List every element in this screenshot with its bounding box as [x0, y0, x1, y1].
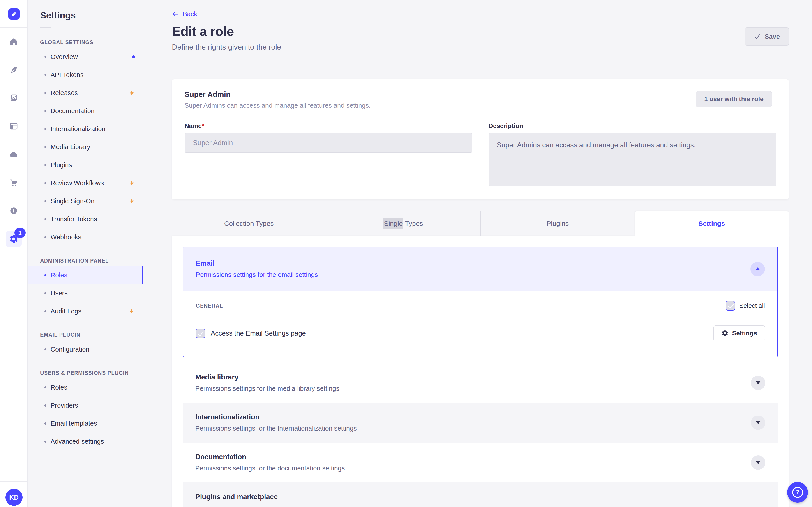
strapi-logo[interactable]	[8, 8, 19, 19]
sidebar-item-webhooks[interactable]: Webhooks	[28, 228, 143, 246]
bullet-icon	[44, 110, 46, 112]
role-subtitle: Super Admins can access and manage all f…	[185, 102, 776, 109]
permissions-tabs: Collection Types Single Types Plugins Se…	[172, 211, 789, 236]
question-mark-icon: ?	[792, 487, 803, 498]
accordion-plugins-marketplace[interactable]: Plugins and marketplace	[183, 483, 778, 507]
media-library-images-icon[interactable]	[6, 90, 22, 106]
lightning-icon	[129, 198, 135, 204]
users-with-role-button[interactable]: 1 user with this role	[696, 91, 772, 107]
marketplace-cart-icon[interactable]	[6, 175, 22, 190]
sidebar-item-single-sign-on[interactable]: Single Sign-On	[28, 192, 143, 210]
chevron-down-icon	[756, 421, 761, 424]
accordion-internationalization[interactable]: Internationalization Permissions setting…	[183, 403, 778, 443]
role-details-card: Super Admin Super Admins can access and …	[172, 79, 789, 200]
bullet-icon	[44, 164, 46, 166]
bullet-icon	[44, 292, 46, 294]
accordion-email-header[interactable]: Email Permissions settings for the email…	[183, 247, 777, 291]
bullet-icon	[44, 182, 46, 184]
access-email-settings-checkbox[interactable]	[196, 329, 205, 338]
name-field-label: Name*	[185, 122, 204, 129]
section-label-users-permissions-plugin: USERS & PERMISSIONS PLUGIN	[40, 370, 143, 376]
lightning-icon	[129, 90, 135, 96]
sidebar-item-users[interactable]: Users	[28, 284, 143, 302]
selected-text-highlight: Single	[384, 218, 403, 229]
rail-divider	[0, 27, 27, 28]
tab-collection-types[interactable]: Collection Types	[172, 211, 326, 236]
expand-button[interactable]	[751, 376, 765, 390]
section-divider-line	[230, 305, 719, 306]
save-button[interactable]: Save	[745, 27, 789, 46]
sidebar-item-overview[interactable]: Overview	[28, 48, 143, 66]
user-avatar[interactable]: KD	[5, 489, 22, 506]
select-all-checkbox[interactable]	[726, 301, 735, 311]
role-description-textarea[interactable]: Super Admins can access and manage all f…	[489, 133, 776, 186]
sidebar-item-media-library[interactable]: Media Library	[28, 138, 143, 156]
bullet-icon	[44, 422, 46, 425]
bullet-icon	[44, 404, 46, 406]
sidebar-item-roles-admin[interactable]: Roles	[28, 266, 143, 284]
required-asterisk: *	[202, 122, 204, 129]
cloud-icon[interactable]	[6, 147, 22, 162]
bullet-icon	[44, 386, 46, 389]
back-label: Back	[183, 10, 197, 18]
section-label-email-plugin: EMAIL PLUGIN	[40, 332, 143, 338]
sidebar-item-providers[interactable]: Providers	[28, 396, 143, 414]
role-name-input[interactable]	[185, 133, 472, 153]
accordion-email-body: GENERAL Select all Access the Email Sett…	[183, 291, 777, 357]
chevron-down-icon	[756, 381, 761, 384]
bullet-icon	[44, 274, 46, 276]
sidebar-item-email-templates[interactable]: Email templates	[28, 414, 143, 433]
subnav-divider	[40, 27, 51, 28]
select-all-label: Select all	[739, 302, 765, 309]
email-settings-button[interactable]: Settings	[713, 325, 765, 341]
section-label-global-settings: GLOBAL SETTINGS	[40, 40, 143, 46]
bullet-icon	[44, 146, 46, 148]
settings-subnav: Settings GLOBAL SETTINGS Overview API To…	[28, 0, 143, 507]
sidebar-item-releases[interactable]: Releases	[28, 84, 143, 102]
accordion-documentation[interactable]: Documentation Permissions settings for t…	[183, 443, 778, 483]
general-section-label: GENERAL	[196, 303, 223, 309]
page-title: Edit a role	[172, 24, 789, 39]
sidebar-item-documentation[interactable]: Documentation	[28, 102, 143, 120]
bullet-icon	[44, 92, 46, 94]
arrow-left-icon	[172, 11, 179, 18]
sidebar-item-review-workflows[interactable]: Review Workflows	[28, 174, 143, 192]
lightning-icon	[129, 180, 135, 186]
page-subtitle: Define the rights given to the role	[172, 43, 789, 51]
chevron-up-icon	[755, 268, 760, 270]
description-field-label: Description	[489, 122, 523, 129]
home-icon[interactable]	[6, 34, 22, 50]
tab-plugins[interactable]: Plugins	[480, 211, 635, 236]
bullet-icon	[44, 56, 46, 58]
role-title: Super Admin	[185, 90, 776, 99]
tab-single-types[interactable]: Single Types	[326, 211, 480, 236]
sidebar-item-internationalization[interactable]: Internationalization	[28, 120, 143, 138]
info-icon[interactable]	[6, 203, 22, 219]
sidebar-item-advanced-settings[interactable]: Advanced settings	[28, 433, 143, 450]
sidebar-item-api-tokens[interactable]: API Tokens	[28, 66, 143, 84]
sidebar-item-configuration[interactable]: Configuration	[28, 340, 143, 358]
settings-permissions-panel: Email Permissions settings for the email…	[172, 236, 789, 507]
accordion-email-description: Permissions settings for the email setti…	[196, 271, 777, 279]
expand-button[interactable]	[751, 415, 765, 430]
sidebar-item-plugins[interactable]: Plugins	[28, 156, 143, 174]
tab-settings[interactable]: Settings	[635, 211, 789, 236]
settings-notification-badge: 1	[14, 228, 26, 238]
access-email-settings-label: Access the Email Settings page	[211, 329, 306, 337]
content-manager-feather-icon[interactable]	[6, 62, 22, 78]
sidebar-item-roles-up[interactable]: Roles	[28, 378, 143, 396]
expand-button[interactable]	[751, 455, 765, 470]
content-type-builder-layout-icon[interactable]	[6, 118, 22, 134]
rail-divider	[0, 481, 27, 482]
settings-gear-icon-active[interactable]: 1	[6, 231, 22, 247]
check-icon	[754, 33, 761, 40]
strapi-logo-icon	[11, 11, 17, 17]
bullet-icon	[44, 310, 46, 312]
back-link[interactable]: Back	[172, 10, 197, 18]
sidebar-item-transfer-tokens[interactable]: Transfer Tokens	[28, 210, 143, 228]
accordion-media-library[interactable]: Media library Permissions settings for t…	[183, 363, 778, 403]
subnav-title: Settings	[40, 10, 143, 20]
sidebar-item-audit-logs[interactable]: Audit Logs	[28, 302, 143, 320]
collapse-button[interactable]	[750, 262, 765, 276]
help-button[interactable]: ?	[787, 482, 808, 503]
